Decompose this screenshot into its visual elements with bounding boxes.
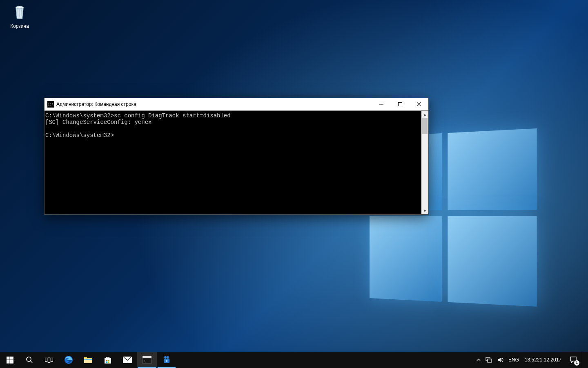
svg-point-26 (164, 356, 167, 359)
svg-rect-20 (108, 361, 109, 363)
scroll-up-arrow[interactable]: ▲ (421, 111, 428, 118)
scroll-thumb[interactable] (422, 118, 428, 134)
system-tray: ENG 13:52 21.12.2017 1 (472, 352, 588, 368)
svg-rect-7 (7, 360, 10, 364)
titlebar[interactable]: C:\ Администратор: Командная строка (45, 98, 428, 110)
taskbar: >_ ENG (0, 352, 588, 368)
taskbar-file-explorer[interactable] (78, 352, 98, 368)
svg-rect-8 (10, 360, 13, 364)
svg-rect-11 (45, 358, 47, 362)
recycle-bin-label: Корзина (4, 23, 35, 29)
mail-icon (122, 356, 132, 364)
recycle-bin-desktop-icon[interactable]: Корзина (4, 2, 35, 29)
folder-icon (84, 356, 93, 364)
network-icon (486, 357, 492, 363)
taskbar-store[interactable] (98, 352, 118, 368)
taskbar-mail[interactable] (118, 352, 137, 368)
cmd-icon: >_ (143, 356, 151, 364)
recycle-bin-icon (10, 2, 29, 22)
svg-rect-6 (10, 357, 13, 360)
tray-clock[interactable]: 13:52 21.12.2017 (521, 352, 565, 368)
language-indicator-text: ENG (508, 357, 519, 363)
cmd-app-icon: C:\ (47, 101, 54, 108)
edge-icon (64, 355, 74, 365)
start-button[interactable] (0, 352, 20, 368)
svg-rect-16 (84, 359, 92, 360)
clock-time: 13:52 (525, 357, 537, 363)
tray-volume-icon[interactable] (494, 352, 506, 368)
svg-point-9 (27, 357, 31, 361)
window-title: Администратор: Командная строка (56, 101, 136, 107)
scroll-track[interactable] (421, 118, 428, 207)
chevron-up-icon (477, 358, 481, 362)
svg-point-0 (16, 6, 23, 9)
terminal-output[interactable]: C:\Windows\system32>sc config DiagTrack … (45, 111, 421, 214)
close-button[interactable] (410, 98, 428, 110)
svg-rect-12 (48, 357, 50, 363)
svg-point-27 (167, 356, 169, 359)
svg-rect-28 (166, 360, 167, 362)
show-desktop-button[interactable] (582, 352, 587, 368)
svg-rect-18 (108, 360, 109, 361)
tray-language[interactable]: ENG (506, 352, 521, 368)
tray-network-icon[interactable] (483, 352, 494, 368)
speaker-icon (497, 357, 503, 363)
helper-icon (162, 355, 171, 364)
store-icon (103, 355, 112, 364)
tray-action-center[interactable]: 1 (565, 352, 582, 368)
svg-rect-19 (106, 361, 107, 363)
svg-rect-17 (106, 360, 107, 361)
svg-rect-2 (399, 103, 402, 106)
svg-rect-5 (7, 357, 10, 360)
tray-overflow-chevron[interactable] (474, 352, 483, 368)
svg-rect-23 (143, 356, 151, 358)
task-view-icon (45, 357, 53, 363)
command-prompt-window: C:\ Администратор: Командная строка C:\W… (44, 98, 429, 215)
clock-date: 21.12.2017 (537, 357, 561, 363)
taskbar-edge[interactable] (59, 352, 78, 368)
scrollbar-vertical[interactable]: ▲ ▼ (421, 111, 428, 214)
search-icon (26, 356, 33, 364)
taskbar-cmd[interactable]: >_ (137, 352, 157, 368)
svg-rect-30 (488, 359, 492, 362)
search-button[interactable] (20, 352, 39, 368)
task-view-button[interactable] (39, 352, 59, 368)
svg-text:>_: >_ (144, 359, 148, 363)
taskbar-settings-helper[interactable] (157, 352, 176, 368)
minimize-button[interactable] (372, 98, 391, 110)
scroll-down-arrow[interactable]: ▼ (421, 207, 428, 214)
svg-rect-13 (51, 358, 53, 362)
notification-badge: 1 (574, 360, 579, 366)
maximize-button[interactable] (391, 98, 410, 110)
svg-line-10 (31, 361, 33, 363)
